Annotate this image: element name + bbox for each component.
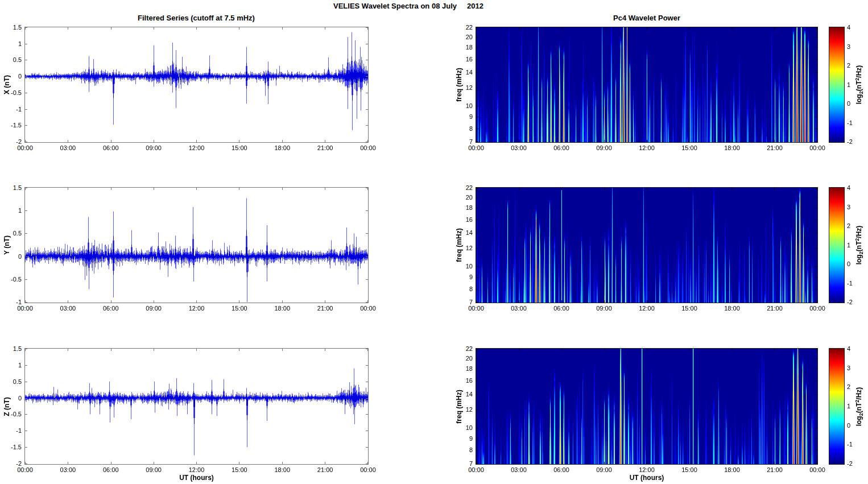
freq-tick-label: 9 [452, 435, 473, 442]
freq-tick-label: 9 [452, 113, 473, 120]
colorbar-tick-label: -2 [847, 460, 853, 467]
colorbar-tick-label: 0 [847, 260, 850, 267]
x-tick-label: 09:00 [596, 466, 612, 473]
x-tick-label: 09:00 [596, 144, 612, 151]
x-tick-label: 03:00 [60, 144, 76, 151]
x-tick-label: 15:00 [681, 466, 697, 473]
colorbar-tick-label: -2 [847, 138, 853, 145]
colorbar-tick-label: 4 [847, 345, 850, 352]
x-tick-label: 00:00 [468, 466, 484, 473]
x-tick-label: 12:00 [189, 466, 205, 473]
freq-tick-label: 20 [452, 34, 473, 40]
freq-tick-label: 9 [452, 274, 473, 280]
x-tick-label: 06:00 [553, 144, 569, 151]
colorbar-tick-label: 3 [847, 365, 850, 371]
figure: VELIES Wavelet Spectra on 08 July 2012 F… [0, 0, 868, 484]
y-tick-label: 0.5 [0, 378, 22, 385]
x-tick-label: 15:00 [681, 305, 697, 312]
y-axis-label: Z (nT) [3, 397, 11, 416]
freq-tick-label: 7 [452, 138, 473, 145]
x-tick-label: 15:00 [681, 144, 697, 151]
y-tick-label: -1 [0, 106, 22, 113]
z-wavelet-spectrogram [476, 349, 817, 464]
colorbar-z [829, 349, 844, 464]
x-tick-label: 00:00 [360, 305, 376, 312]
x-tick-label: 03:00 [511, 466, 527, 473]
colorbar-tick-label: -1 [847, 280, 853, 287]
x-tick-label: 03:00 [511, 305, 527, 312]
freq-tick-label: 10 [452, 102, 473, 109]
x-wavelet-spectrogram [476, 27, 817, 142]
colorbar-tick-label: 0 [847, 100, 850, 107]
x-tick-label: 00:00 [809, 305, 825, 312]
x-tick-label: 09:00 [146, 305, 162, 312]
x-tick-label: 21:00 [767, 466, 783, 473]
freq-tick-label: 8 [452, 286, 473, 292]
colorbar-axis-label: log2(nT2/Hz) [854, 65, 864, 105]
y-tick-label: 1.5 [0, 24, 22, 31]
x-tick-label: 21:00 [317, 305, 333, 312]
y-tick-label: -2 [0, 138, 22, 145]
colorbar-tick-label: -2 [847, 299, 853, 305]
x-tick-label: 18:00 [274, 144, 290, 151]
x-tick-label: 00:00 [17, 305, 33, 312]
x-tick-label: 12:00 [189, 144, 205, 151]
freq-axis-label: freq (mHz) [455, 68, 463, 101]
freq-tick-label: 16 [452, 377, 473, 384]
x-tick-label: 21:00 [317, 466, 333, 473]
freq-tick-label: 18 [452, 365, 473, 372]
freq-tick-label: 18 [452, 44, 473, 51]
figure-title: VELIES Wavelet Spectra on 08 July 2012 [333, 2, 483, 10]
y-wavelet-spectrogram [476, 188, 817, 303]
right-column-title: Pc4 Wavelet Power [613, 14, 680, 22]
y-tick-label: 1.5 [0, 345, 22, 352]
colorbar-tick-label: 0 [847, 422, 850, 429]
x-tick-label: 18:00 [274, 305, 290, 312]
y-tick-label: -1.5 [0, 122, 22, 129]
freq-tick-label: 22 [452, 24, 473, 31]
colorbar-tick-label: -1 [847, 119, 853, 126]
colorbar-tick-label: 1 [847, 81, 850, 88]
freq-tick-label: 16 [452, 216, 473, 223]
freq-tick-label: 8 [452, 446, 473, 453]
colorbar-axis-label: log2(nT2/Hz) [854, 226, 864, 265]
x-tick-label: 06:00 [103, 466, 119, 473]
freq-tick-label: 7 [452, 299, 473, 305]
x-tick-label: 15:00 [232, 466, 247, 473]
x-tick-label: 09:00 [146, 466, 162, 473]
x-tick-label: 12:00 [639, 305, 655, 312]
x-tick-label: 15:00 [232, 144, 247, 151]
x-filtered-series-plot [25, 27, 368, 142]
y-axis-label: X (nT) [3, 75, 11, 94]
y-tick-label: 1.5 [0, 184, 22, 191]
freq-tick-label: 16 [452, 56, 473, 63]
y-tick-label: -1 [0, 427, 22, 434]
x-tick-label: 06:00 [553, 466, 569, 473]
colorbar-axis-label: log2(nT2/Hz) [854, 387, 864, 426]
x-tick-label: 00:00 [468, 144, 484, 151]
x-tick-label: 21:00 [767, 305, 783, 312]
y-filtered-series-plot [25, 188, 368, 303]
x-tick-label: 03:00 [60, 466, 76, 473]
x-tick-label: 00:00 [17, 466, 33, 473]
y-axis-label: Y (nT) [3, 235, 11, 255]
freq-tick-label: 10 [452, 263, 473, 270]
x-axis-label: UT (hours) [630, 474, 664, 482]
x-tick-label: 06:00 [553, 305, 569, 312]
colorbar-tick-label: 2 [847, 222, 850, 229]
x-tick-label: 06:00 [103, 144, 119, 151]
y-tick-label: -0.5 [0, 276, 22, 283]
colorbar-tick-label: 1 [847, 403, 850, 409]
x-tick-label: 15:00 [232, 305, 247, 312]
colorbar-y [829, 188, 844, 303]
x-tick-label: 21:00 [317, 144, 333, 151]
x-tick-label: 03:00 [60, 305, 76, 312]
x-tick-label: 21:00 [767, 144, 783, 151]
colorbar-tick-label: 3 [847, 43, 850, 50]
left-column-title: Filtered Series (cutoff at 7.5 mHz) [138, 14, 255, 22]
x-tick-label: 03:00 [511, 144, 527, 151]
x-tick-label: 00:00 [809, 144, 825, 151]
x-axis-label: UT (hours) [179, 474, 214, 482]
freq-tick-label: 20 [452, 194, 473, 201]
colorbar-tick-label: 4 [847, 184, 850, 191]
